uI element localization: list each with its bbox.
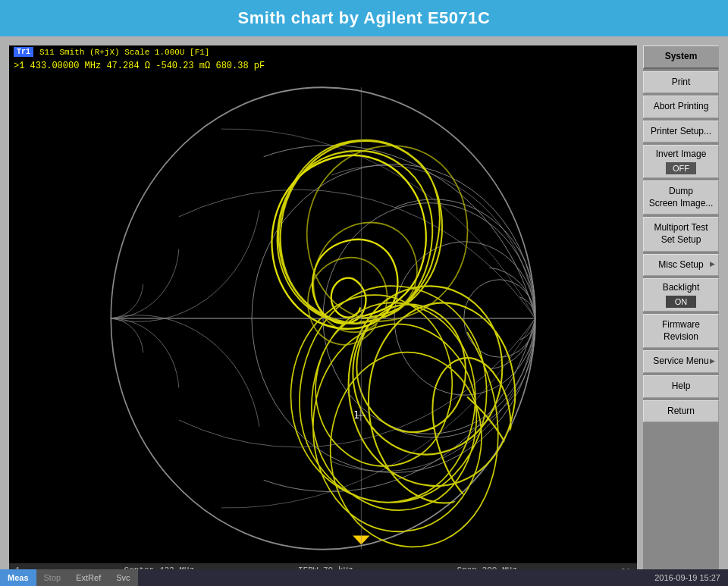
multiport-test-label: Multiport Test Set Setup bbox=[654, 222, 708, 245]
app-title: Smith chart by Agilent E5071C bbox=[238, 8, 491, 28]
abort-printing-button[interactable]: Abort Printing bbox=[643, 96, 719, 118]
invert-image-button[interactable]: Invert Image OFF bbox=[643, 145, 719, 178]
status-bar: Meas Stop ExtRef Svc 2016-09-19 15:27 bbox=[0, 569, 728, 586]
meas-button[interactable]: Meas bbox=[0, 569, 36, 586]
multiport-test-button[interactable]: Multiport Test Set Setup bbox=[643, 217, 719, 251]
backlight-label: Backlight bbox=[663, 282, 700, 294]
backlight-sub: ON bbox=[666, 296, 696, 308]
return-button[interactable]: Return bbox=[643, 400, 719, 423]
printer-setup-button[interactable]: Printer Setup... bbox=[643, 121, 719, 143]
print-button[interactable]: Print bbox=[643, 71, 719, 94]
main-area: Tr1 S11 Smith (R+jX) Scale 1.000U [F1] >… bbox=[0, 36, 728, 586]
help-button[interactable]: Help bbox=[643, 375, 719, 398]
smith-chart: 1 bbox=[9, 74, 637, 563]
chart-container: Tr1 S11 Smith (R+jX) Scale 1.000U [F1] >… bbox=[9, 45, 637, 577]
firmware-revision-button[interactable]: FirmwareRevision bbox=[643, 314, 719, 348]
trace-info: S11 Smith (R+jX) Scale 1.000U [F1] bbox=[39, 48, 209, 57]
invert-image-sub: OFF bbox=[666, 162, 696, 174]
marker-info: >1 433.00000 MHz 47.284 Ω -540.23 mΩ 680… bbox=[14, 61, 265, 71]
trace-badge: Tr1 bbox=[14, 47, 33, 57]
app-header: Smith chart by Agilent E5071C bbox=[0, 0, 728, 36]
misc-setup-button[interactable]: Misc Setup bbox=[643, 254, 719, 277]
chart-title-row: Tr1 S11 Smith (R+jX) Scale 1.000U [F1] bbox=[9, 45, 637, 58]
service-menu-button[interactable]: Service Menu bbox=[643, 350, 719, 373]
svg-text:1: 1 bbox=[353, 409, 359, 421]
firmware-revision-label: FirmwareRevision bbox=[662, 319, 700, 342]
backlight-button[interactable]: Backlight ON bbox=[643, 278, 719, 312]
dump-screen-label: DumpScreen Image... bbox=[649, 186, 714, 208]
chart-info-bar: >1 433.00000 MHz 47.284 Ω -540.23 mΩ 680… bbox=[9, 58, 637, 74]
dump-screen-button[interactable]: DumpScreen Image... bbox=[643, 180, 719, 215]
stop-button[interactable]: Stop bbox=[36, 569, 69, 586]
system-button[interactable]: System bbox=[643, 45, 719, 69]
right-panel: System Print Abort Printing Printer Setu… bbox=[643, 45, 719, 577]
invert-image-label: Invert Image bbox=[656, 149, 707, 161]
extref-button[interactable]: ExtRef bbox=[68, 569, 108, 586]
datetime-display: 2016-09-19 15:27 bbox=[654, 573, 728, 582]
svc-button[interactable]: Svc bbox=[108, 569, 137, 586]
